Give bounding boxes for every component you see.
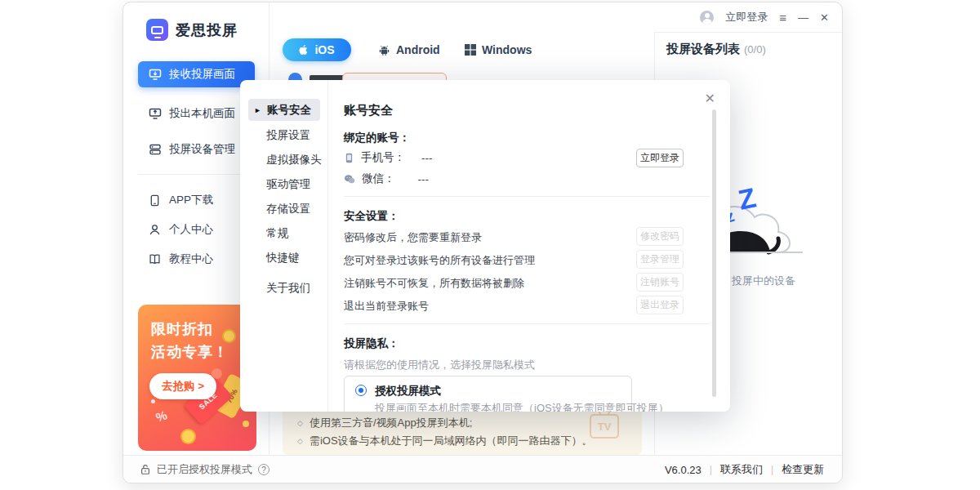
sidebar-item-label: 教程中心 — [169, 252, 213, 266]
percent-deco: % — [154, 408, 169, 424]
security-row-text: 退出当前登录账号 — [344, 299, 429, 314]
settings-menu-about-us[interactable]: 关于我们 — [266, 281, 310, 296]
delete-account-button[interactable]: 注销账号 — [636, 273, 684, 292]
app-logo-icon — [146, 19, 168, 41]
promo-buy-button[interactable]: 去抢购 > — [149, 373, 216, 399]
status-bar-right: V6.0.23 | 联系我们 | 检查更新 — [665, 462, 824, 477]
sidebar-item-label: 投出本机画面 — [169, 106, 235, 121]
cast-mode-status: 已开启授权投屏模式 ? — [140, 462, 270, 477]
privacy-option-title: 授权投屏模式 — [375, 384, 441, 399]
settings-menu-virtual-camera[interactable]: 虚拟摄像头 — [266, 153, 322, 167]
app-title: 爱思投屏 — [176, 20, 238, 40]
login-management-button[interactable]: 登录管理 — [636, 250, 684, 269]
privacy-hint: 请根据您的使用情况，选择投屏隐私模式 — [344, 358, 535, 372]
coin-icon — [222, 329, 236, 343]
version-label: V6.0.23 — [665, 464, 702, 476]
security-settings-label: 安全设置： — [344, 209, 399, 224]
status-bar: 已开启授权投屏模式 ? V6.0.23 | 联系我们 | 检查更新 — [123, 455, 842, 483]
phone-value: --- — [421, 152, 433, 164]
dialog-title: 账号安全 — [344, 103, 393, 118]
deco-dot — [151, 399, 155, 403]
sidebar-separator — [138, 174, 254, 175]
sidebar-item-app-download[interactable]: APP下载 — [138, 189, 255, 212]
check-update-link[interactable]: 检查更新 — [782, 462, 824, 477]
tab-windows[interactable]: Windows — [465, 43, 532, 56]
tab-label: Windows — [482, 43, 532, 56]
wechat-row: 微信： --- — [344, 172, 429, 186]
apple-icon — [299, 44, 310, 56]
contact-us-link[interactable]: 联系我们 — [720, 462, 763, 477]
dialog-scrollbar[interactable] — [712, 109, 716, 397]
settings-menu-cast-settings[interactable]: 投屏设置 — [266, 128, 310, 143]
security-row-text: 您可对登录过该账号的所有设备进行管理 — [344, 253, 535, 268]
sidebar-item-label: 投屏设备管理 — [169, 142, 235, 157]
change-password-button[interactable]: 修改密码 — [636, 227, 684, 246]
sidebar-item-cast-out[interactable]: 投出本机画面 — [138, 100, 255, 127]
android-icon — [378, 44, 390, 56]
sidebar-item-label: 个人中心 — [169, 222, 213, 237]
settings-menu-hotkeys[interactable]: 快捷键 — [266, 251, 300, 265]
tip-text: 需iOS设备与本机处于同一局域网络内（即同一路由器下）。 — [310, 434, 593, 448]
dialog-menu-divider — [327, 80, 328, 412]
security-row-text: 密码修改后，您需要重新登录 — [344, 230, 482, 245]
tips-panel: ◇ 使用第三方音/视频App投屏到本机; ◇ 需iOS设备与本机处于同一局域网络… — [283, 406, 642, 456]
sidebar-item-personal-center[interactable]: 个人中心 — [138, 218, 255, 241]
titlebar-divider — [654, 32, 843, 33]
tv-icon: TV — [590, 414, 619, 439]
device-list-title: 投屏设备列表(0/0) — [666, 42, 766, 57]
monitor-send-icon — [149, 107, 162, 120]
privacy-option-desc: 投屏画面至本机时需要本机同意（iOS设备无需同意即可投屏） — [375, 401, 669, 412]
promo-line2: 活动专享！ — [151, 342, 229, 362]
wechat-value: --- — [418, 173, 430, 185]
device-count: (0/0) — [744, 43, 766, 56]
settings-menu-driver-management[interactable]: 驱动管理 — [266, 177, 310, 192]
tab-android[interactable]: Android — [378, 43, 440, 56]
section-divider — [344, 323, 710, 324]
promo-banner[interactable]: 70% SALE % 限时折扣 活动专享！ 去抢购 > — [138, 305, 256, 451]
close-button[interactable]: ✕ — [820, 12, 829, 23]
tip-item: ◇ 需iOS设备与本机处于同一局域网络内（即同一路由器下）。 — [297, 434, 593, 448]
promo-line1: 限时折扣 — [151, 319, 213, 339]
cast-privacy-label: 投屏隐私： — [344, 336, 399, 351]
dialog-close-icon[interactable]: ✕ — [705, 92, 715, 105]
titlebar-login-link[interactable]: 立即登录 — [725, 10, 768, 24]
phone-icon — [149, 194, 161, 207]
section-divider — [344, 196, 710, 197]
minimize-button[interactable]: — — [798, 12, 808, 23]
selected-arrow-icon: ► — [254, 106, 261, 114]
settings-dialog: ✕ ► 账号安全 投屏设置 虚拟摄像头 驱动管理 存储设置 常规 快捷键 关于我… — [240, 80, 730, 412]
sidebar-item-tutorial-center[interactable]: 教程中心 — [138, 247, 255, 270]
sidebar-item-device-management[interactable]: 投屏设备管理 — [138, 136, 255, 163]
sidebar-item-receive-cast[interactable]: 接收投屏画面 — [138, 61, 255, 87]
wechat-label: 微信： — [362, 172, 395, 186]
deco-dot — [243, 421, 249, 427]
logout-button[interactable]: 退出登录 — [636, 296, 684, 314]
tip-item: ◇ 使用第三方音/视频App投屏到本机; — [297, 416, 472, 430]
tab-ios[interactable]: iOS — [283, 38, 351, 61]
security-row-text: 注销账号不可恢复，所有数据将被删除 — [344, 276, 524, 291]
phone-icon — [344, 153, 354, 163]
radio-selected-icon[interactable] — [355, 385, 367, 396]
settings-menu-general[interactable]: 常规 — [266, 226, 288, 241]
login-now-button[interactable]: 立即登录 — [636, 149, 684, 167]
authorized-cast-mode-option[interactable]: 授权投屏模式 投屏画面至本机时需要本机同意（iOS设备无需同意即可投屏） — [344, 376, 632, 412]
sidebar-item-label: 接收投屏画面 — [169, 67, 235, 82]
devices-icon — [149, 143, 162, 156]
coin-icon — [180, 429, 196, 444]
tip-text: 使用第三方音/视频App投屏到本机; — [310, 416, 472, 430]
app-window: 爱思投屏 接收投屏画面 投出本机画面 投屏设备管理 APP下载 个人中心 教程中… — [122, 2, 843, 483]
settings-menu-storage-settings[interactable]: 存储设置 — [266, 202, 310, 216]
book-icon — [149, 253, 161, 265]
phone-label: 手机号： — [361, 150, 405, 165]
settings-menu-account-security[interactable]: ► 账号安全 — [248, 99, 320, 121]
menu-icon[interactable]: ≡ — [779, 11, 786, 24]
separator: | — [771, 464, 773, 475]
person-icon — [149, 224, 161, 236]
help-icon[interactable]: ? — [258, 464, 270, 475]
window-titlebar: 立即登录 ≡ — ✕ — [700, 10, 829, 24]
diamond-bullet-icon: ◇ — [297, 419, 303, 427]
diamond-bullet-icon: ◇ — [297, 437, 303, 445]
sidebar-item-label: APP下载 — [169, 193, 213, 207]
separator: | — [710, 464, 712, 475]
avatar-icon[interactable] — [700, 11, 714, 24]
